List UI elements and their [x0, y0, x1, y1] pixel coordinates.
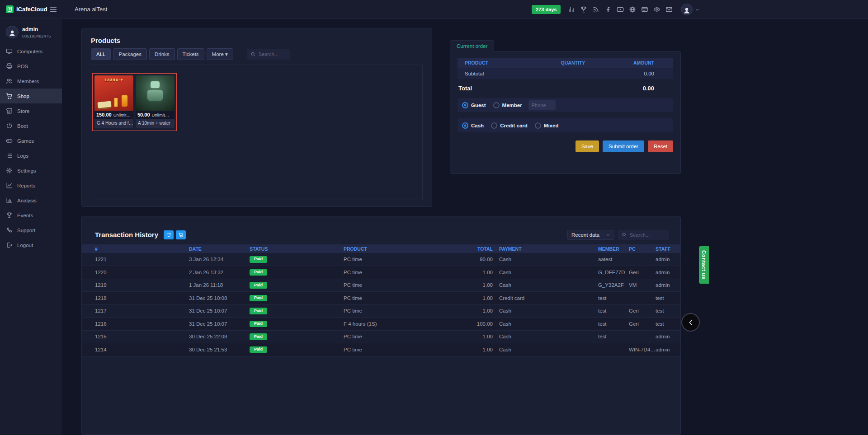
- sidebar-item-label: Settings: [17, 168, 36, 173]
- transaction-search-input[interactable]: [630, 232, 665, 238]
- order-col-amount: AMOUNT: [600, 60, 666, 65]
- product-card[interactable]: 50.00Unlimit…A 10min + water: [136, 75, 175, 128]
- product-tab-drinks[interactable]: Drinks: [149, 48, 175, 60]
- sidebar-item-shop[interactable]: Shop: [0, 89, 62, 103]
- product-tab-all[interactable]: ALL: [91, 48, 111, 60]
- reviews-icon[interactable]: [653, 6, 660, 13]
- list-icon: [6, 152, 13, 159]
- sidebar-item-reports[interactable]: Reports: [0, 178, 62, 193]
- reset-button[interactable]: Reset: [648, 140, 673, 152]
- product-selection-outline: 1339X·+150.00Unlimit…G 4 Hours and f…50.…: [92, 73, 177, 131]
- tx-cell: 30 Dec 25 21:53: [189, 343, 250, 356]
- transaction-controls: Recent data: [567, 230, 669, 240]
- cart-button[interactable]: [176, 230, 186, 239]
- product-search-input[interactable]: [259, 51, 287, 57]
- sidebar-item-label: Games: [17, 138, 34, 144]
- tx-row: 12191 Jan 26 11:18PaidPC time1.00CashG_Y…: [82, 279, 680, 292]
- status-badge: Paid: [250, 346, 267, 353]
- mail-icon[interactable]: [665, 6, 673, 13]
- logout-icon: [6, 242, 13, 248]
- sidebar-item-analysis[interactable]: Analysis: [0, 193, 62, 208]
- product-card[interactable]: 1339X·+150.00Unlimit…G 4 Hours and f…: [94, 75, 133, 128]
- sidebar-item-logout[interactable]: Logout: [0, 238, 62, 253]
- payment-radios: CashCredit cardMixed: [462, 122, 558, 129]
- tx-cell: 1 Jan 26 11:18: [189, 279, 250, 292]
- tx-cell: Cash: [493, 279, 598, 292]
- tx-col-product: PRODUCT: [344, 244, 448, 253]
- sidebar-item-store[interactable]: Store: [0, 103, 62, 118]
- status-badge: Paid: [250, 282, 267, 289]
- submit-order-button[interactable]: Submit order: [603, 140, 644, 152]
- sidebar-item-settings[interactable]: Settings: [0, 163, 62, 178]
- product-search[interactable]: [247, 49, 290, 60]
- card-icon[interactable]: [641, 6, 648, 13]
- tx-cell: 1219: [82, 279, 189, 292]
- rss-icon[interactable]: [592, 6, 599, 13]
- tx-cell: 31 Dec 25 10:07: [189, 304, 250, 318]
- search-icon: [250, 51, 256, 57]
- payment-radio-mixed[interactable]: Mixed: [535, 122, 559, 129]
- sidebar-item-support[interactable]: Support: [0, 223, 62, 238]
- transaction-search[interactable]: [618, 230, 669, 240]
- sidebar-item-members[interactable]: Members: [0, 74, 62, 89]
- product-tabs: ALLPackagesDrinksTicketsMore ▾: [91, 48, 233, 60]
- chat-toggle-button[interactable]: [682, 314, 699, 331]
- order-tabs: Current order: [450, 40, 681, 51]
- tx-cell: 1215: [82, 330, 189, 343]
- tx-row: 121831 Dec 25 10:08PaidPC time1.00Credit…: [82, 292, 680, 305]
- user-avatar[interactable]: [681, 4, 693, 15]
- tx-cell: test: [598, 318, 629, 331]
- current-order-card: PRODUCTQUANTITYAMOUNT Subtotal 0.00 Tota…: [450, 51, 681, 174]
- trophy-icon[interactable]: [580, 6, 587, 13]
- payment-radio-cash[interactable]: Cash: [462, 122, 484, 129]
- tx-cell: Paid: [250, 343, 344, 356]
- customer-radio-guest[interactable]: Guest: [462, 102, 486, 108]
- contact-us-tab[interactable]: Contact us: [699, 246, 709, 284]
- sidebar-item-pos[interactable]: POS: [0, 59, 62, 74]
- topbar-icons: [568, 6, 673, 13]
- tx-cell: PC time: [344, 279, 448, 292]
- menu-toggle-icon[interactable]: [49, 5, 57, 14]
- refresh-button[interactable]: [164, 230, 174, 239]
- radio-circle: [462, 102, 468, 108]
- sidebar-item-logs[interactable]: Logs: [0, 148, 62, 163]
- product-tab-packages[interactable]: Packages: [113, 48, 147, 60]
- brand[interactable]: iCafeCloud: [6, 5, 47, 13]
- globe-icon[interactable]: [629, 6, 636, 13]
- sidebar-item-events[interactable]: Events: [0, 208, 62, 223]
- sidebar-item-games[interactable]: Games: [0, 133, 62, 148]
- stats-icon[interactable]: [568, 6, 575, 13]
- youtube-icon[interactable]: [617, 6, 624, 13]
- chevron-down-icon: [606, 233, 610, 237]
- customer-radio-member[interactable]: Member: [493, 102, 522, 108]
- sidebar-item-label: Logout: [17, 243, 33, 248]
- save-button[interactable]: Save: [576, 140, 599, 152]
- license-days-badge[interactable]: 273 days: [532, 5, 561, 14]
- product-tab-tickets[interactable]: Tickets: [177, 48, 204, 60]
- tx-col-member: MEMBER: [598, 244, 629, 253]
- sidebar-user: admin 005193482475: [0, 19, 62, 44]
- gear-icon: [6, 167, 13, 174]
- tx-cell: Paid: [250, 253, 344, 266]
- payment-radio-credit-card[interactable]: Credit card: [491, 122, 528, 129]
- sidebar-item-computers[interactable]: Computers: [0, 44, 62, 59]
- tx-cell: [629, 330, 656, 343]
- tx-cell: Cash: [493, 343, 598, 356]
- tx-cell: Cash: [493, 330, 598, 343]
- total-row: Total 0.00: [458, 85, 673, 92]
- sidebar-item-label: Shop: [17, 94, 29, 99]
- phone-input[interactable]: [528, 100, 556, 110]
- products-toolbar: ALLPackagesDrinksTicketsMore ▾: [91, 48, 423, 60]
- recent-data-select[interactable]: Recent data: [567, 230, 614, 240]
- facebook-icon[interactable]: [604, 6, 612, 13]
- customer-radios: GuestMember: [462, 102, 522, 108]
- sidebar-item-boot[interactable]: Boot: [0, 118, 62, 133]
- chevron-down-icon[interactable]: [695, 7, 700, 12]
- tx-row: 121731 Dec 25 10:07PaidPC time1.00Cashte…: [82, 304, 680, 318]
- product-grid: 1339X·+150.00Unlimit…G 4 Hours and f…50.…: [94, 75, 175, 128]
- customer-strip: GuestMember: [458, 98, 673, 112]
- product-tab-more[interactable]: More ▾: [207, 48, 233, 60]
- tab-current-order[interactable]: Current order: [450, 40, 494, 51]
- tx-col-total: TOTAL: [448, 244, 493, 253]
- status-badge: Paid: [250, 321, 267, 327]
